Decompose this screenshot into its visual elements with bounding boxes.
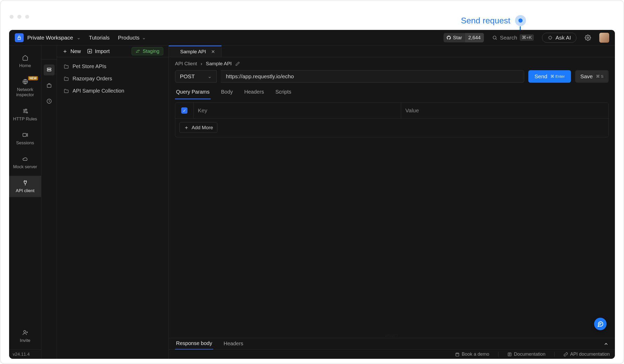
api-documentation-link[interactable]: API documentation <box>563 352 610 357</box>
collections-panel: ＋New Import Staging Pet Store APIs Razor… <box>57 46 169 359</box>
url-input[interactable] <box>221 70 524 83</box>
nav-products[interactable]: Products ⌄ <box>118 35 146 41</box>
new-badge: NEW <box>28 76 38 80</box>
history-icon <box>46 98 52 104</box>
box-icon <box>46 83 52 88</box>
plus-icon: ＋ <box>62 47 68 55</box>
folder-icon <box>64 76 69 81</box>
edit-icon[interactable] <box>235 61 240 66</box>
svg-rect-7 <box>23 133 26 136</box>
avatar[interactable] <box>599 33 609 43</box>
params-key-header: Key <box>193 103 401 118</box>
collection-item[interactable]: Pet Store APIs <box>57 60 168 73</box>
subtab-headers[interactable]: Headers <box>243 86 265 99</box>
environments-view[interactable] <box>44 80 55 91</box>
svg-point-2 <box>587 37 589 38</box>
rail-network[interactable]: NEW Network inspector <box>9 75 41 101</box>
params-table: ✓ Key Value ＋ Add More <box>175 102 609 137</box>
send-button[interactable]: Send ⌘ Enter <box>528 70 571 83</box>
traffic-lights[interactable] <box>10 15 29 19</box>
globe-icon <box>22 78 29 85</box>
drag-handle[interactable]: :::::::::: <box>169 334 615 338</box>
lock-icon <box>15 33 24 42</box>
workspace-name: Private Workspace <box>27 35 73 41</box>
left-rail: Home NEW Network inspector HTTP Rules Se… <box>9 46 41 359</box>
settings-button[interactable] <box>585 35 591 41</box>
collection-item[interactable]: Razorpay Orders <box>57 73 168 85</box>
folder-icon <box>64 64 69 69</box>
main-panel: Sample API ✕ API Client › Sample API POS… <box>169 46 615 359</box>
plus-icon: ＋ <box>184 124 189 131</box>
github-star-count: 2,644 <box>465 33 484 42</box>
nav-tutorials[interactable]: Tutorials <box>89 35 110 41</box>
link-icon <box>563 352 568 357</box>
chat-fab[interactable] <box>594 318 607 330</box>
github-star-button[interactable]: Star 2,644 <box>444 33 484 42</box>
import-button[interactable]: Import <box>87 48 110 54</box>
tabs-bar: Sample API ✕ <box>169 46 615 57</box>
workspace-switcher[interactable]: Private Workspace ⌄ <box>15 33 81 42</box>
gear-icon <box>585 35 591 41</box>
breadcrumb: API Client › Sample API <box>169 57 615 70</box>
swap-icon <box>135 49 140 54</box>
chevron-down-icon: ⌄ <box>77 35 81 41</box>
add-more-button[interactable]: ＋ Add More <box>179 122 217 133</box>
chat-icon <box>597 321 604 327</box>
callout-label: Send request <box>461 16 510 25</box>
svg-point-6 <box>27 112 28 113</box>
svg-point-5 <box>24 110 25 112</box>
subtab-body[interactable]: Body <box>220 86 234 99</box>
method-select[interactable]: POST ⌄ <box>175 70 217 83</box>
response-tab-headers[interactable]: Headers <box>223 339 244 349</box>
tab-sample-api[interactable]: Sample API ✕ <box>169 46 222 57</box>
svg-point-4 <box>25 109 27 110</box>
github-icon <box>447 36 451 40</box>
sliders-icon <box>22 108 29 114</box>
expand-response[interactable] <box>603 341 609 347</box>
close-icon[interactable]: ✕ <box>211 49 215 55</box>
svg-rect-10 <box>47 70 51 71</box>
version-label: v24.11.4 <box>9 349 41 359</box>
search-shortcut: ⌘+K <box>520 34 534 41</box>
rail-sessions[interactable]: Sessions <box>9 128 41 149</box>
book-demo-link[interactable]: Book a demo <box>455 352 489 357</box>
plug-icon <box>22 179 29 186</box>
sparkle-icon <box>548 35 553 40</box>
svg-rect-14 <box>456 353 459 356</box>
svg-point-1 <box>493 36 496 39</box>
collections-view[interactable] <box>44 64 55 75</box>
param-checkbox[interactable]: ✓ <box>181 107 187 114</box>
params-value-header: Value <box>401 103 608 118</box>
search-button[interactable]: Search ⌘+K <box>492 34 534 41</box>
svg-rect-0 <box>18 37 21 40</box>
request-subtabs: Query Params Body Headers Scripts <box>169 86 615 99</box>
rail-rules[interactable]: HTTP Rules <box>9 104 41 125</box>
documentation-link[interactable]: Documentation <box>507 352 545 357</box>
statusbar: Book a demo Documentation API documentat… <box>169 349 615 359</box>
folder-icon <box>64 88 69 94</box>
rail-home[interactable]: Home <box>9 51 41 72</box>
collections-iconstrip <box>41 46 57 359</box>
cloud-icon <box>22 155 29 162</box>
calendar-icon <box>455 352 460 357</box>
subtab-query-params[interactable]: Query Params <box>175 86 211 99</box>
callout-send-request: Send request <box>461 15 526 26</box>
chevron-down-icon: ⌄ <box>208 74 212 79</box>
svg-rect-11 <box>47 84 51 87</box>
save-button[interactable]: Save ⌘ S <box>575 70 609 83</box>
chevron-down-icon: ⌄ <box>142 35 146 41</box>
rail-invite[interactable]: Invite <box>9 326 41 347</box>
layers-icon <box>46 67 52 73</box>
collection-item[interactable]: API Sample Collection <box>57 85 168 97</box>
ask-ai-button[interactable]: Ask AI <box>542 33 576 43</box>
video-icon <box>22 132 29 138</box>
new-button[interactable]: ＋New <box>62 47 81 55</box>
rail-api-client[interactable]: API client <box>9 176 41 197</box>
history-view[interactable] <box>44 96 55 107</box>
search-icon <box>492 35 497 40</box>
environment-selector[interactable]: Staging <box>132 47 163 55</box>
subtab-scripts[interactable]: Scripts <box>274 86 292 99</box>
response-tab-body[interactable]: Response body <box>175 338 213 350</box>
rail-mock[interactable]: Mock server <box>9 152 41 173</box>
topbar: Private Workspace ⌄ Tutorials Products ⌄… <box>9 30 615 46</box>
